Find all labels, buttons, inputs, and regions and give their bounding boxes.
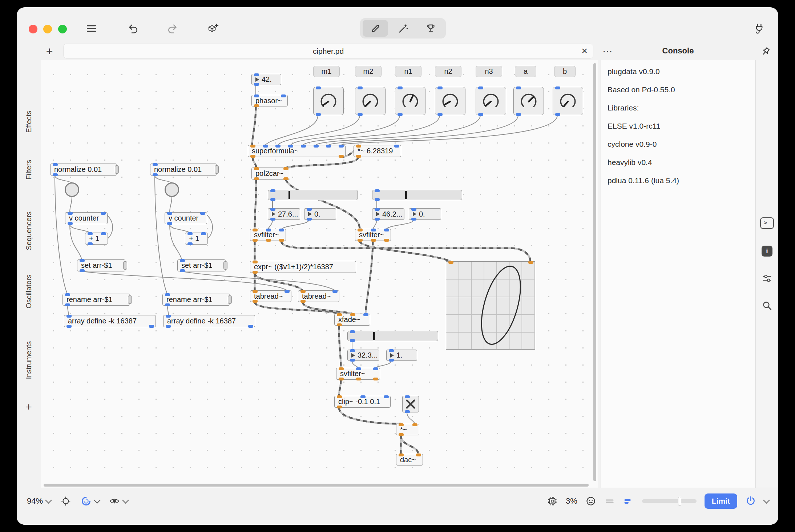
outlet-nub[interactable] xyxy=(153,173,158,176)
sidebar-item-sequencers[interactable]: Sequencers xyxy=(25,211,33,250)
inlet-nub[interactable] xyxy=(283,167,288,170)
run-mode-button[interactable] xyxy=(390,20,416,37)
sidebar-add-button[interactable]: + xyxy=(25,401,32,413)
number-box-frequency[interactable]: 42. xyxy=(251,74,281,85)
inlet-nub[interactable] xyxy=(375,208,380,211)
inlet-nub[interactable] xyxy=(350,313,355,316)
outlet-nub[interactable] xyxy=(68,222,73,225)
outlet-nub[interactable] xyxy=(66,325,72,328)
documentation-button[interactable]: i xyxy=(760,244,774,258)
message-set-arr-2[interactable]: set arr-$1 xyxy=(177,259,226,271)
inlet-nub[interactable] xyxy=(263,145,268,148)
inlet-nub[interactable] xyxy=(275,145,281,148)
object-superformula[interactable]: superformula~ xyxy=(248,145,346,157)
outlet-nub[interactable] xyxy=(270,198,275,201)
outlet-nub[interactable] xyxy=(166,325,171,328)
inlet-nub[interactable] xyxy=(411,208,416,211)
hslider-2[interactable] xyxy=(372,190,462,200)
object-svfilter-1[interactable]: svfilter~ xyxy=(250,229,286,241)
hslider-3[interactable] xyxy=(347,331,438,341)
slider-handle[interactable] xyxy=(373,332,375,340)
inlet-nub[interactable] xyxy=(254,73,259,76)
inlet-nub[interactable] xyxy=(253,261,258,263)
inlet-nub[interactable] xyxy=(284,290,290,293)
inlet-nub[interactable] xyxy=(399,423,404,426)
dsp-power-button[interactable] xyxy=(745,496,756,507)
outlet-nub[interactable] xyxy=(250,155,255,158)
object-plus-one-2[interactable]: + 1 xyxy=(185,233,208,245)
inlet-nub[interactable] xyxy=(153,163,158,166)
knob-label-m1[interactable]: m1 xyxy=(313,66,340,77)
object-array-define-1[interactable]: array define -k 16387 xyxy=(64,315,156,327)
inlet-nub[interactable] xyxy=(301,145,306,148)
inlet-nub[interactable] xyxy=(65,293,70,296)
message-rename-arr-1[interactable]: rename arr-$1 xyxy=(62,294,130,306)
inlet-nub[interactable] xyxy=(101,212,106,215)
sidebar-item-effects[interactable]: Effects xyxy=(25,111,33,133)
patch-canvas[interactable]: 42.phasor~m1m2n1n2n3absuperformula~*~ 6.… xyxy=(41,60,598,488)
inlet-nub[interactable] xyxy=(279,229,284,231)
undo-button[interactable] xyxy=(125,20,141,36)
object-xfade[interactable]: xfade~ xyxy=(334,314,370,326)
outlet-nub[interactable] xyxy=(371,239,376,242)
object-expr[interactable]: expr~ (($v1+1)/2)*16387 xyxy=(250,261,356,273)
outlet-nub[interactable] xyxy=(399,433,404,436)
inlet-nub[interactable] xyxy=(448,261,453,264)
knob-label-n1[interactable]: n1 xyxy=(395,66,421,77)
outlet-nub[interactable] xyxy=(350,339,355,342)
outlet-nub[interactable] xyxy=(375,218,380,221)
inlet-nub[interactable] xyxy=(339,367,344,370)
bang-1[interactable] xyxy=(65,182,79,197)
inlet-nub[interactable] xyxy=(375,189,380,192)
inlet-nub[interactable] xyxy=(254,167,259,170)
main-menu-button[interactable] xyxy=(83,20,99,36)
vertical-scrollbar[interactable] xyxy=(593,63,596,481)
object-tabread-2[interactable]: tabread~ xyxy=(298,290,339,302)
inlet-nub[interactable] xyxy=(68,212,73,215)
sidebar-item-oscillators[interactable]: Oscillators xyxy=(25,274,33,308)
object-v-counter-1[interactable]: v counter xyxy=(65,212,108,224)
inlet-nub[interactable] xyxy=(356,367,361,370)
inlet-nub[interactable] xyxy=(371,229,376,231)
add-tab-button[interactable]: + xyxy=(41,43,57,59)
inlet-nub[interactable] xyxy=(337,395,342,398)
outlet-nub[interactable] xyxy=(165,303,170,306)
outlet-nub[interactable] xyxy=(253,300,258,303)
outlet-nub[interactable] xyxy=(300,300,306,303)
inlet-nub[interactable] xyxy=(101,232,106,235)
sidebar-item-instruments[interactable]: Instruments xyxy=(25,341,33,379)
outlet-nub[interactable] xyxy=(270,218,275,221)
inlet-nub[interactable] xyxy=(358,229,363,231)
edit-mode-button[interactable] xyxy=(363,20,388,37)
outlet-nub[interactable] xyxy=(187,242,193,245)
visibility-control[interactable] xyxy=(109,496,128,507)
object-multiply-const[interactable]: *~ 6.28319 xyxy=(354,145,401,157)
outlet-nub[interactable] xyxy=(307,218,312,221)
inlet-nub[interactable] xyxy=(416,454,421,456)
inlet-nub[interactable] xyxy=(356,145,361,148)
inlet-nub[interactable] xyxy=(253,290,258,293)
outlet-nub[interactable] xyxy=(339,155,344,158)
inlet-nub[interactable] xyxy=(316,86,321,89)
inlet-nub[interactable] xyxy=(478,86,483,89)
message-normalize-1[interactable]: normalize 0.01 xyxy=(50,164,117,176)
outlet-nub[interactable] xyxy=(266,239,271,242)
message-rename-arr-2[interactable]: rename arr-$1 xyxy=(162,294,230,306)
outlet-nub[interactable] xyxy=(356,378,361,380)
outlet-nub[interactable] xyxy=(88,242,93,245)
object-array-define-2[interactable]: array define -k 16387 xyxy=(163,315,255,327)
inlet-nub[interactable] xyxy=(167,212,172,215)
oscilloscope-display[interactable] xyxy=(446,261,535,350)
bang-2[interactable] xyxy=(165,182,179,197)
outlet-nub[interactable] xyxy=(283,177,288,180)
inlet-nub[interactable] xyxy=(270,208,275,211)
outlet-nub[interactable] xyxy=(253,271,258,274)
horizontal-scrollbar[interactable] xyxy=(44,484,589,487)
inlet-nub[interactable] xyxy=(281,94,286,97)
inlet-nub[interactable] xyxy=(384,229,389,231)
outlet-nub[interactable] xyxy=(248,325,253,328)
tab-cipher-pd[interactable]: cipher.pd ✕ xyxy=(63,44,593,59)
outlet-nub[interactable] xyxy=(254,83,259,86)
zoom-window-button[interactable] xyxy=(58,25,67,33)
outlet-nub[interactable] xyxy=(337,406,342,408)
